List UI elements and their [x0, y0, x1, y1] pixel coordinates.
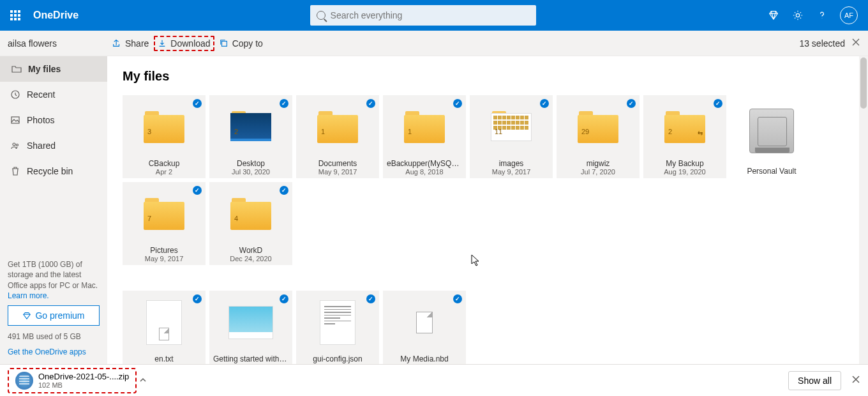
file-tile[interactable]: en.txtJul 6, 2020	[123, 291, 206, 364]
storage-text: 491 MB used of 5 GB	[8, 332, 100, 341]
people-icon	[10, 141, 20, 151]
tile-label: DesktopJul 30, 2020	[209, 159, 292, 178]
tile-name: Desktop	[209, 159, 292, 168]
file-icon	[416, 312, 433, 333]
folder-tile[interactable]: 3CBackupApr 2	[123, 95, 206, 178]
folder-count: 1	[321, 128, 325, 135]
folder-count: 4	[234, 215, 238, 222]
folder-icon: 1	[404, 111, 445, 143]
tile-name: WorkD	[209, 246, 292, 255]
tile-label: gui-config.jsonJun 30, 2020	[296, 354, 379, 364]
sidebar-item-label: Shared	[27, 141, 56, 151]
folder-tile[interactable]: 1eBackupper(MySQL Ba...Aug 8, 2018	[383, 95, 466, 178]
folder-tile[interactable]: 2DesktopJul 30, 2020	[209, 95, 292, 178]
folder-count: 7	[147, 215, 151, 222]
scrollbar-vertical[interactable]	[859, 56, 868, 364]
download-item[interactable]: OneDrive-2021-05-....zip 102 MB	[8, 368, 137, 393]
copyto-button[interactable]: Copy to	[214, 36, 268, 51]
sidebar-item-label: My files	[28, 64, 61, 74]
tile-date: Aug 8, 2018	[383, 168, 466, 176]
zip-file-icon	[15, 372, 33, 390]
image-icon	[10, 115, 20, 125]
close-download-bar-icon[interactable]	[851, 375, 860, 386]
get-apps-link[interactable]: Get the OneDrive apps	[8, 347, 100, 356]
selected-count: 13 selected	[799, 38, 845, 49]
search-icon	[317, 11, 326, 20]
topbar-right: AF	[767, 6, 863, 24]
tile-label: migwizJul 7, 2020	[557, 159, 640, 178]
top-bar: OneDrive AF	[0, 0, 868, 31]
go-premium-button[interactable]: Go premium	[8, 305, 100, 326]
folder-count: 2	[234, 128, 238, 135]
folder-tile[interactable]: 7PicturesMay 9, 2017	[123, 182, 206, 265]
settings-gear-icon[interactable]	[791, 9, 804, 22]
tile-label: en.txtJul 6, 2020	[123, 354, 206, 364]
file-tile[interactable]: My Media.nbdNov 4, 2020	[383, 291, 466, 364]
sidebar-item-label: Recent	[27, 89, 55, 100]
download-bar: OneDrive-2021-05-....zip 102 MB Show all	[0, 364, 868, 396]
tile-date: May 9, 2017	[123, 255, 206, 263]
tile-preview: 2	[209, 95, 292, 159]
tile-label: PicturesMay 9, 2017	[123, 246, 206, 265]
download-button[interactable]: Download	[154, 36, 214, 51]
tile-preview: 11	[470, 95, 553, 159]
sidebar-item-recent[interactable]: Recent	[0, 82, 107, 107]
promo-text: Get 1TB (1000 GB) of storage and the lat…	[8, 259, 100, 291]
tile-date: May 9, 2017	[296, 168, 379, 176]
tile-name: My Backup	[643, 159, 726, 168]
folder-tile[interactable]: 29migwizJul 7, 2020	[557, 95, 640, 178]
tile-preview: 4	[209, 182, 292, 246]
help-icon[interactable]	[816, 9, 828, 22]
folder-icon: 7	[144, 198, 184, 230]
file-tile[interactable]: Getting started with O...May 9, 2017	[209, 291, 292, 364]
tile-date: Aug 19, 2020	[643, 168, 726, 176]
folder-count: 2	[668, 128, 672, 135]
premium-diamond-icon[interactable]	[767, 9, 780, 22]
download-text: OneDrive-2021-05-....zip 102 MB	[38, 372, 129, 389]
folder-icon: 4	[230, 198, 271, 230]
folder-count: 29	[581, 128, 589, 135]
search-input[interactable]	[331, 10, 530, 20]
tile-date: Jul 7, 2020	[557, 168, 640, 176]
folder-tile[interactable]: 1DocumentsMay 9, 2017	[296, 95, 379, 178]
tile-date: Jul 30, 2020	[209, 168, 292, 176]
download-chevron-icon[interactable]	[139, 375, 147, 386]
app-launcher-icon[interactable]	[5, 5, 26, 26]
sidebar-item-label: Recycle bin	[27, 166, 73, 176]
tile-name: migwiz	[557, 159, 640, 168]
share-button[interactable]: Share	[107, 36, 154, 51]
tile-name: Pictures	[123, 246, 206, 255]
scrollbar-thumb[interactable]	[860, 57, 867, 109]
tile-preview	[123, 291, 206, 354]
clear-selection-icon[interactable]	[851, 38, 860, 49]
learn-more-link[interactable]: Learn more.	[8, 291, 100, 300]
sidebar-item-recycle[interactable]: Recycle bin	[0, 158, 107, 184]
sidebar-item-shared[interactable]: Shared	[0, 133, 107, 158]
file-tile[interactable]: gui-config.jsonJun 30, 2020	[296, 291, 379, 364]
tile-label: Personal Vault	[730, 167, 813, 178]
image-thumb-icon	[228, 306, 273, 339]
svg-point-0	[796, 13, 799, 17]
folder-tile[interactable]: Personal Vault	[730, 95, 813, 178]
tile-label: imagesMay 9, 2017	[470, 159, 553, 178]
shared-icon: ⇆	[698, 130, 703, 137]
tile-preview: 3	[123, 95, 206, 159]
tile-label: DocumentsMay 9, 2017	[296, 159, 379, 178]
folder-tile[interactable]: 11imagesMay 9, 2017	[470, 95, 553, 178]
sidebar-item-myfiles[interactable]: My files	[0, 56, 107, 82]
user-avatar[interactable]: AF	[840, 6, 858, 24]
sidebar-item-photos[interactable]: Photos	[0, 107, 107, 133]
folder-tile[interactable]: 2⇆My BackupAug 19, 2020	[643, 95, 726, 178]
folder-tile[interactable]: 4WorkDDec 24, 2020	[209, 182, 292, 265]
tile-label: CBackupApr 2	[123, 159, 206, 178]
tile-name: eBackupper(MySQL Ba...	[383, 159, 466, 168]
svg-rect-1	[221, 41, 227, 46]
brand-label: OneDrive	[33, 10, 79, 21]
show-all-button[interactable]: Show all	[788, 371, 841, 390]
owner-label: ailsa flowers	[8, 38, 107, 49]
spacer	[123, 269, 853, 287]
folder-icon: 2	[230, 111, 271, 143]
clock-icon	[10, 89, 20, 100]
search-box[interactable]	[310, 5, 536, 26]
svg-point-5	[17, 144, 19, 146]
